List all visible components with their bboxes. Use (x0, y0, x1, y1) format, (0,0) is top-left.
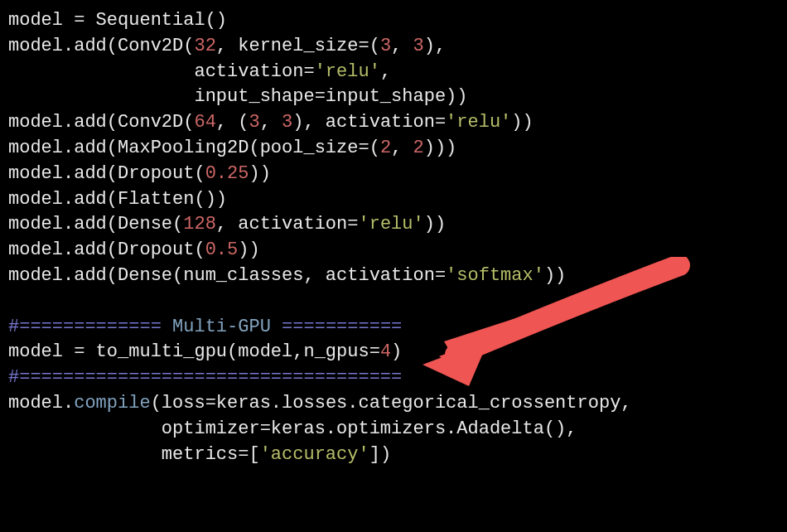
code-token: model.add(Flatten()) (8, 189, 227, 210)
code-token: 'softmax' (446, 265, 544, 286)
code-line: model.add(Dropout(0.5)) (8, 238, 779, 264)
code-token: 0.25 (205, 163, 249, 184)
code-token: , ( (216, 112, 249, 133)
code-token: , activation= (216, 214, 359, 235)
code-token: , (391, 138, 413, 158)
code-token: ))) (424, 138, 457, 158)
code-token: model = to_multi_gpu(model,n_gpus= (8, 341, 380, 362)
code-token: , (260, 112, 282, 133)
code-token: 3 (249, 112, 259, 133)
code-token: model.add(Conv2D( (8, 36, 194, 56)
code-line: #=================================== (8, 365, 779, 391)
code-token: 'accuracy' (260, 444, 369, 465)
code-token: )) (424, 214, 446, 235)
code-token: model.add(Conv2D( (8, 112, 194, 133)
code-token: #============= (8, 317, 162, 337)
code-token: 3 (282, 112, 292, 133)
code-token: 4 (380, 341, 391, 362)
code-line: input_shape=input_shape)) (8, 85, 779, 110)
code-token: 3 (413, 36, 424, 56)
code-line: activation='relu', (8, 60, 779, 85)
code-token: ), (424, 36, 446, 56)
code-line: model.add(Dense(128, activation='relu')) (8, 212, 779, 238)
code-token: ]) (369, 444, 391, 465)
code-token: 64 (194, 112, 215, 133)
code-token: compile (74, 393, 150, 414)
code-token: #=================================== (8, 367, 402, 388)
code-block: model = Sequential()model.add(Conv2D(32,… (8, 8, 779, 467)
code-token: )) (511, 112, 533, 133)
code-token: 'relu' (358, 214, 423, 235)
code-token: model.add(MaxPooling2D(pool_size=( (8, 138, 380, 158)
code-token: , kernel_size=( (216, 36, 380, 56)
code-token: =========== (282, 317, 402, 337)
code-line: model.add(Flatten()) (8, 187, 779, 213)
code-token: Multi-GPU (162, 317, 282, 337)
code-line: model.compile(loss=keras.losses.categori… (8, 391, 779, 417)
code-line: model.add(Dense(num_classes, activation=… (8, 264, 779, 289)
code-token: model = Sequential() (8, 10, 227, 31)
code-token: model.add(Dense( (8, 214, 183, 235)
code-token: , (391, 36, 413, 56)
code-token: )) (249, 163, 270, 184)
code-line: model = Sequential() (8, 8, 779, 34)
code-token: 'relu' (315, 61, 380, 82)
code-token: ), activation= (292, 112, 446, 133)
code-line: model.add(Dropout(0.25)) (8, 162, 779, 187)
code-line: model = to_multi_gpu(model,n_gpus=4) (8, 340, 779, 365)
code-token: activation= (8, 61, 315, 82)
code-line (8, 289, 779, 315)
code-token: 2 (380, 138, 391, 158)
code-line: #============= Multi-GPU =========== (8, 315, 779, 341)
code-token: 32 (194, 36, 215, 56)
code-line: model.add(Conv2D(32, kernel_size=(3, 3), (8, 34, 779, 60)
code-line: optimizer=keras.optimizers.Adadelta(), (8, 417, 779, 443)
code-token: 2 (413, 138, 423, 158)
code-line: model.add(MaxPooling2D(pool_size=(2, 2))… (8, 136, 779, 162)
code-token: )) (238, 239, 259, 260)
code-token: , (380, 61, 391, 82)
code-token: model. (8, 393, 74, 414)
code-token: metrics=[ (8, 444, 260, 465)
code-token: model.add(Dropout( (8, 163, 205, 184)
code-token: ) (391, 341, 402, 362)
code-token: input_shape=input_shape)) (8, 86, 468, 107)
code-token: 3 (380, 36, 391, 56)
code-token: model.add(Dense(num_classes, activation= (8, 265, 446, 286)
code-token: 'relu' (446, 112, 511, 133)
code-token: 128 (183, 214, 216, 235)
code-token: model.add(Dropout( (8, 239, 205, 260)
code-token: )) (544, 265, 566, 286)
code-line: metrics=['accuracy']) (8, 443, 779, 468)
code-line: model.add(Conv2D(64, (3, 3), activation=… (8, 110, 779, 136)
code-token: optimizer=keras.optimizers.Adadelta(), (8, 418, 577, 439)
code-token: (loss=keras.losses.categorical_crossentr… (151, 393, 632, 414)
code-token: 0.5 (205, 239, 239, 260)
